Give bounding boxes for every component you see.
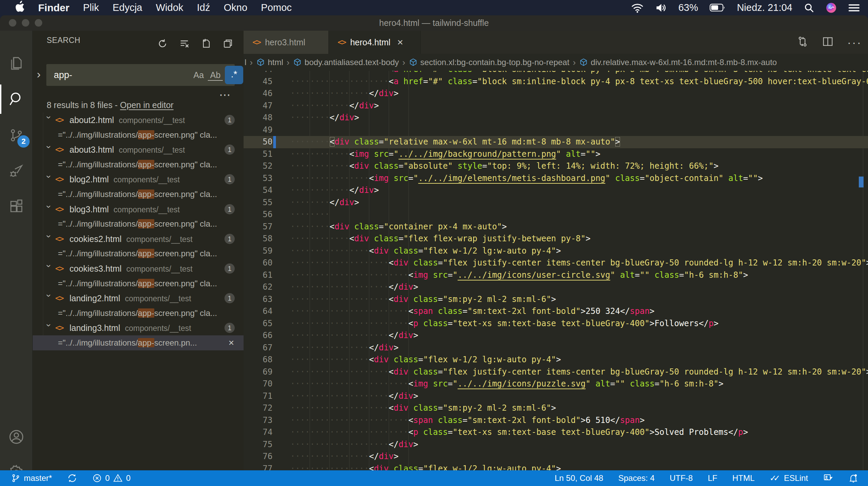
search-match-row[interactable]: ="../../img/illustrations/app-screen.png… [33, 187, 244, 202]
code-line-64[interactable]: 64························<span class="s… [244, 305, 868, 318]
spotlight-icon[interactable] [804, 3, 814, 13]
more-actions-icon[interactable]: ··· [847, 36, 862, 49]
code-line-76[interactable]: 76················</div> [244, 451, 868, 463]
line-number[interactable]: 46 [244, 88, 273, 100]
window-titlebar[interactable]: hero4.html — tailwind-shuffle [0, 15, 868, 31]
code-line-60[interactable]: 60····················<div class="flex j… [244, 257, 868, 269]
line-number[interactable]: 60 [244, 257, 273, 269]
code-line-75[interactable]: 75····················</div> [244, 439, 868, 451]
line-number[interactable]: 58 [244, 233, 273, 245]
search-file-row[interactable]: ›<>about3.htmlcomponents/__test1 [33, 142, 244, 157]
search-query[interactable]: app- [54, 64, 72, 86]
line-number[interactable]: 59 [244, 245, 273, 257]
line-number[interactable]: 44 [244, 71, 273, 76]
apple-logo-icon[interactable] [14, 1, 25, 15]
branch-status[interactable]: master* [11, 473, 52, 483]
breadcrumb-item[interactable]: div.relative.max-w-6xl.mt-16.md:mt-8.mb-… [579, 58, 777, 67]
line-number[interactable]: 76 [244, 451, 273, 463]
line-number[interactable]: 47 [244, 100, 273, 112]
menu-pomoc[interactable]: Pomoc [261, 2, 292, 13]
control-center-icon[interactable] [848, 3, 860, 12]
search-match-row[interactable]: ="../../img/illustrations/app-screen.png… [33, 127, 244, 142]
line-number[interactable]: 53 [244, 172, 273, 185]
line-number[interactable]: 70 [244, 378, 273, 390]
menu-idz[interactable]: Idź [197, 2, 210, 13]
line-number[interactable]: 56 [244, 209, 273, 221]
search-match-row[interactable]: ="../../img/illustrations/app-screen.pn.… [33, 335, 244, 350]
menu-plik[interactable]: Plik [83, 2, 99, 13]
search-file-row[interactable]: ›<>landing2.htmlcomponents/__test1 [33, 291, 244, 306]
line-number[interactable]: 52 [244, 160, 273, 172]
line-number[interactable]: 62 [244, 281, 273, 293]
account-icon[interactable] [0, 423, 32, 451]
search-input[interactable]: app- Aa Ab .* [46, 64, 235, 86]
siri-icon[interactable] [826, 2, 837, 13]
feedback-icon[interactable] [823, 473, 833, 483]
breadcrumb-item[interactable]: body.antialiased.text-body [293, 58, 399, 67]
explorer-icon[interactable] [0, 49, 32, 77]
line-number[interactable]: 73 [244, 414, 273, 427]
code-line-68[interactable]: 68················<div class="flex w-1/2… [244, 354, 868, 366]
new-search-editor-icon[interactable] [201, 38, 212, 49]
code-line-72[interactable]: 72····················<div class="sm:py-… [244, 402, 868, 414]
dismiss-match-icon[interactable]: × [229, 335, 234, 350]
chevron-down-icon[interactable]: › [42, 264, 57, 273]
menu-edycja[interactable]: Edycja [112, 2, 142, 13]
code-line-65[interactable]: 65························<p class="text… [244, 318, 868, 330]
code-line-47[interactable]: 47············</div> [244, 100, 868, 112]
chevron-down-icon[interactable]: › [42, 294, 57, 302]
code-line-52[interactable]: 52············<div class="absolute" styl… [244, 160, 868, 172]
code-line-55[interactable]: 55········</div> [244, 197, 868, 209]
line-number[interactable]: 55 [244, 197, 273, 209]
code-line-67[interactable]: 67················</div> [244, 342, 868, 354]
chevron-down-icon[interactable]: › [42, 116, 57, 124]
volume-icon[interactable] [655, 3, 667, 13]
linter-status[interactable]: ✓✓ESLint [770, 473, 808, 483]
cursor-position[interactable]: Ln 50, Col 48 [555, 473, 603, 483]
open-changes-icon[interactable] [797, 36, 808, 49]
menu-widok[interactable]: Widok [156, 2, 183, 13]
code-line-69[interactable]: 69····················<div class="flex j… [244, 366, 868, 378]
code-line-70[interactable]: 70························<img src="../.… [244, 378, 868, 390]
code-line-63[interactable]: 63····················<div class="sm:py-… [244, 293, 868, 306]
code-line-57[interactable]: 57········<div class="container px-4 mx-… [244, 221, 868, 233]
code-line-54[interactable]: 54············</div> [244, 184, 868, 197]
sync-icon[interactable] [67, 473, 77, 483]
open-in-editor-link[interactable]: Open in editor [120, 100, 173, 110]
search-match-row[interactable]: ="../../img/illustrations/app-screen.png… [33, 157, 244, 172]
line-number[interactable]: 51 [244, 148, 273, 161]
search-file-row[interactable]: ›<>cookies3.htmlcomponents/__test1 [33, 261, 244, 276]
close-tab-icon[interactable]: × [397, 36, 403, 48]
split-editor-icon[interactable] [822, 36, 834, 49]
line-number[interactable]: 71 [244, 390, 273, 403]
line-number[interactable]: 67 [244, 342, 273, 354]
toggle-details-icon[interactable]: ⋯ [219, 88, 231, 102]
menu-okno[interactable]: Okno [224, 2, 247, 13]
run-debug-icon[interactable] [0, 157, 32, 185]
breadcrumb-item[interactable]: html [256, 58, 283, 67]
problems-status[interactable]: 0 0 [92, 473, 131, 483]
code-line-56[interactable]: 56········ [244, 209, 868, 221]
line-number[interactable]: 50 [244, 136, 273, 148]
breadcrumb-item[interactable]: section.xl:bg-contain.bg-top.bg-no-repea… [409, 58, 570, 67]
breadcrumb-item[interactable]: l [245, 58, 246, 67]
code-line-62[interactable]: 62····················</div> [244, 281, 868, 293]
search-file-row[interactable]: ›<>landing3.htmlcomponents/__test1 [33, 320, 244, 335]
line-number[interactable]: 64 [244, 305, 273, 318]
line-number[interactable]: 77 [244, 463, 273, 471]
chevron-down-icon[interactable]: › [42, 205, 57, 213]
refresh-icon[interactable] [157, 38, 168, 49]
line-number[interactable]: 69 [244, 366, 273, 378]
clear-results-icon[interactable] [179, 38, 190, 49]
extensions-icon[interactable] [0, 193, 32, 221]
wifi-icon[interactable] [631, 3, 644, 13]
search-match-row[interactable]: ="../../img/illustrations/app-screen.png… [33, 276, 244, 291]
line-number[interactable]: 66 [244, 330, 273, 342]
line-number[interactable]: 48 [244, 112, 273, 124]
line-number[interactable]: 65 [244, 318, 273, 330]
match-case-toggle[interactable]: Aa [191, 69, 206, 81]
search-match-row[interactable]: ="../../img/illustrations/app-screen.png… [33, 216, 244, 231]
chevron-down-icon[interactable]: › [42, 324, 57, 332]
code-line-71[interactable]: 71····················</div> [244, 390, 868, 403]
line-number[interactable]: 61 [244, 269, 273, 282]
